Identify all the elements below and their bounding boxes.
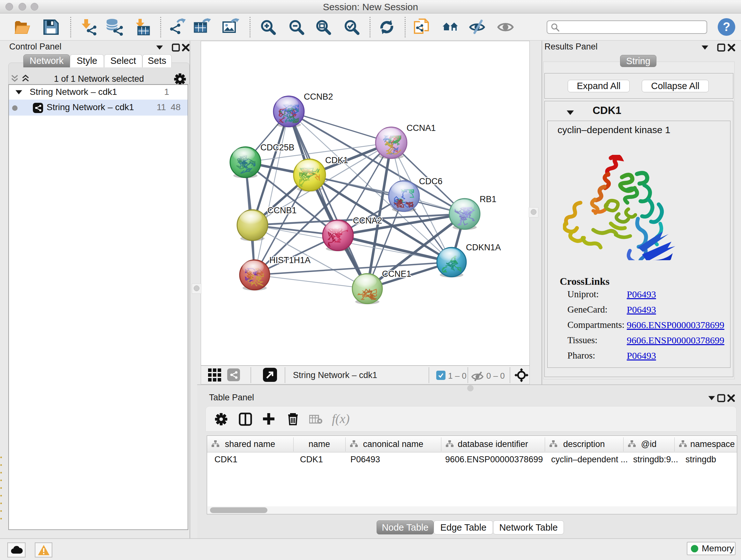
svg-text:CCNE1: CCNE1	[382, 269, 411, 279]
svg-text:CDKN1A: CDKN1A	[466, 243, 501, 252]
svg-text:CCNB2: CCNB2	[304, 92, 333, 102]
svg-text:HIST1H1A: HIST1H1A	[269, 255, 311, 265]
svg-text:CCNA2: CCNA2	[353, 216, 382, 226]
svg-text:RB1: RB1	[480, 194, 496, 204]
svg-text:CCNA1: CCNA1	[407, 123, 436, 133]
svg-text:CDK1: CDK1	[325, 155, 348, 165]
svg-text:CDC6: CDC6	[419, 177, 443, 186]
svg-text:CDC25B: CDC25B	[260, 143, 294, 152]
svg-text:CCNB1: CCNB1	[267, 206, 297, 215]
